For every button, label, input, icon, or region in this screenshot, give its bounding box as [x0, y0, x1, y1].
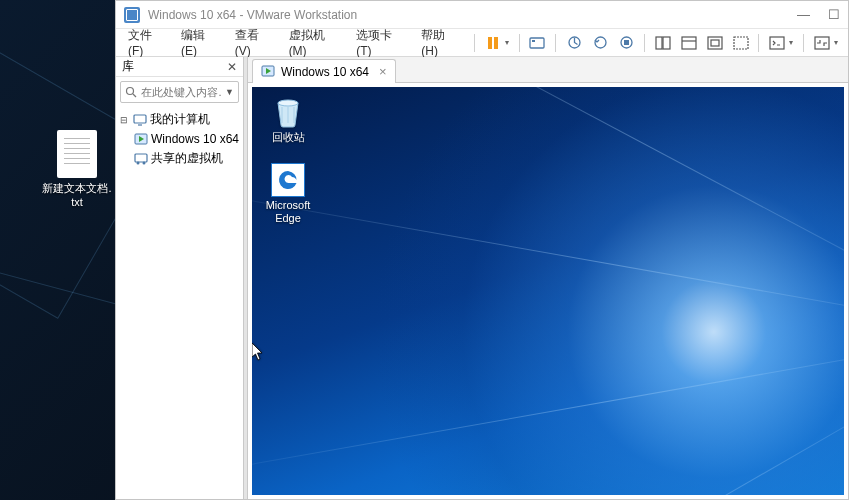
- menu-vm[interactable]: 虚拟机(M): [283, 24, 349, 61]
- guest-icon-recycle-bin[interactable]: 回收站: [258, 95, 318, 144]
- svg-rect-1: [494, 37, 498, 49]
- library-search-input[interactable]: [141, 86, 221, 98]
- command-prompt-button[interactable]: [765, 32, 789, 54]
- power-dropdown[interactable]: ▾: [505, 38, 513, 47]
- stretch-button[interactable]: [729, 32, 753, 54]
- svg-rect-10: [682, 37, 696, 49]
- guest-wallpaper-rays: [252, 87, 844, 495]
- unity-button[interactable]: [651, 32, 675, 54]
- guest-desktop[interactable]: 回收站 Microsoft Edge: [252, 87, 844, 495]
- toolbar-separator: [474, 34, 475, 52]
- menu-help[interactable]: 帮助(H): [415, 24, 467, 61]
- vmware-logo-icon: [124, 7, 140, 23]
- library-title: 库: [122, 58, 134, 75]
- svg-rect-15: [770, 37, 784, 49]
- vmware-workstation-window: Windows 10 x64 - VMware Workstation — ☐ …: [115, 0, 849, 500]
- window-title: Windows 10 x64 - VMware Workstation: [148, 8, 797, 22]
- toolbar-separator: [555, 34, 556, 52]
- guest-icon-label: Microsoft Edge: [258, 199, 318, 224]
- svg-rect-3: [532, 40, 535, 42]
- svg-rect-23: [135, 154, 147, 162]
- library-header: 库 ✕: [116, 57, 243, 77]
- svg-point-17: [127, 88, 134, 95]
- fullscreen-button[interactable]: [703, 32, 727, 54]
- svg-rect-0: [488, 37, 492, 49]
- toolbar-separator: [519, 34, 520, 52]
- menu-tabs[interactable]: 选项卡(T): [350, 24, 413, 61]
- library-close-button[interactable]: ✕: [227, 60, 237, 74]
- pause-button[interactable]: [481, 32, 505, 54]
- toolbar-separator: [644, 34, 645, 52]
- host-desktop-file-label: 新建文本文档.txt: [42, 182, 112, 210]
- svg-point-28: [278, 100, 298, 106]
- tree-label: 我的计算机: [150, 111, 210, 128]
- tab-strip: Windows 10 x64 ×: [248, 57, 848, 83]
- tree-label: 共享的虚拟机: [151, 150, 223, 167]
- svg-point-25: [143, 161, 146, 164]
- expander-icon[interactable]: ⊟: [120, 115, 130, 125]
- svg-rect-9: [663, 37, 670, 49]
- window-controls: — ☐: [797, 7, 840, 22]
- vm-tab-label: Windows 10 x64: [281, 65, 369, 79]
- revert-snapshot-button[interactable]: [588, 32, 612, 54]
- menu-edit[interactable]: 编辑(E): [175, 24, 227, 61]
- toolbar-separator: [803, 34, 804, 52]
- vm-running-icon: [134, 132, 148, 146]
- search-dropdown[interactable]: ▼: [225, 87, 234, 97]
- shared-vm-icon: [134, 152, 148, 166]
- tree-node-vm-win10[interactable]: Windows 10 x64: [116, 130, 243, 148]
- snapshot-button[interactable]: [562, 32, 586, 54]
- tree-node-shared-vms[interactable]: 共享的虚拟机: [116, 148, 243, 169]
- console-view-button[interactable]: [677, 32, 701, 54]
- workspace: 库 ✕ ▼ ⊟ 我的计算机: [116, 57, 848, 499]
- svg-line-18: [133, 94, 136, 97]
- send-cad-button[interactable]: [526, 32, 550, 54]
- text-file-icon: [57, 130, 97, 178]
- tree-label: Windows 10 x64: [151, 132, 239, 146]
- monitor-icon: [133, 113, 147, 127]
- svg-rect-12: [708, 37, 722, 49]
- vm-tab-win10[interactable]: Windows 10 x64 ×: [252, 59, 396, 83]
- exit-dropdown[interactable]: ▾: [834, 38, 842, 47]
- svg-rect-14: [734, 37, 748, 49]
- vm-area: Windows 10 x64 ×: [248, 57, 848, 499]
- svg-rect-7: [624, 40, 629, 45]
- menu-file[interactable]: 文件(F): [122, 24, 173, 61]
- vm-viewport: 回收站 Microsoft Edge: [248, 83, 848, 499]
- host-desktop-file-icon[interactable]: 新建文本文档.txt: [42, 130, 112, 210]
- host-desktop[interactable]: 新建文本文档.txt Windows 10 x64 - VMware Works…: [0, 0, 849, 500]
- svg-rect-8: [656, 37, 662, 49]
- cmd-dropdown[interactable]: ▾: [789, 38, 797, 47]
- tab-close-button[interactable]: ×: [379, 64, 387, 79]
- library-tree: ⊟ 我的计算机 Windows 10 x64: [116, 107, 243, 171]
- exit-fullscreen-button[interactable]: [810, 32, 834, 54]
- recycle-bin-icon: [271, 95, 305, 129]
- menu-bar: 文件(F) 编辑(E) 查看(V) 虚拟机(M) 选项卡(T) 帮助(H) ▾: [116, 29, 848, 57]
- library-search[interactable]: ▼: [120, 81, 239, 103]
- svg-rect-19: [134, 115, 146, 123]
- guest-icon-edge[interactable]: Microsoft Edge: [258, 163, 318, 224]
- search-icon: [125, 86, 137, 98]
- svg-rect-2: [530, 38, 544, 48]
- toolbar-separator: [758, 34, 759, 52]
- edge-icon: [271, 163, 305, 197]
- guest-icon-label: 回收站: [258, 131, 318, 144]
- tree-node-my-computer[interactable]: ⊟ 我的计算机: [116, 109, 243, 130]
- library-panel: 库 ✕ ▼ ⊟ 我的计算机: [116, 57, 244, 499]
- menu-view[interactable]: 查看(V): [229, 24, 281, 61]
- svg-rect-13: [711, 40, 719, 46]
- svg-point-5: [595, 37, 606, 48]
- maximize-button[interactable]: ☐: [828, 7, 840, 22]
- vm-running-icon: [261, 65, 275, 79]
- minimize-button[interactable]: —: [797, 7, 810, 22]
- snapshot-manager-button[interactable]: [614, 32, 638, 54]
- svg-point-24: [137, 161, 140, 164]
